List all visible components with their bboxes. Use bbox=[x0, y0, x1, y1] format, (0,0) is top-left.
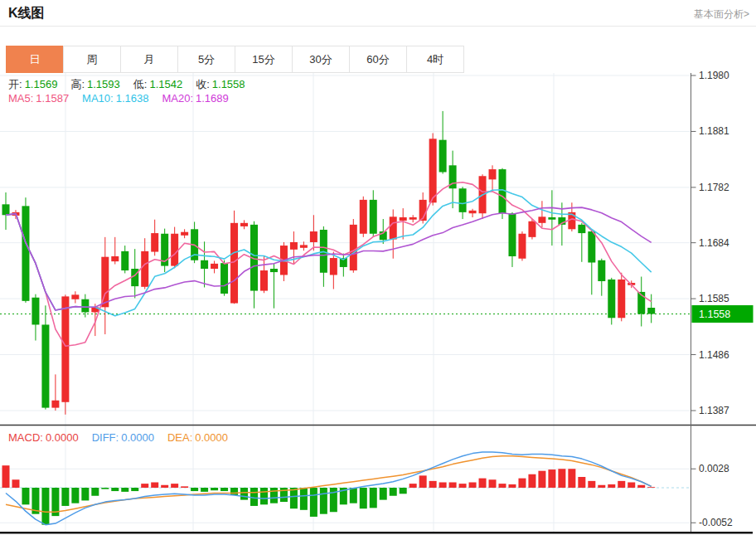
header: K线图 基本面分析> bbox=[0, 0, 756, 27]
tab-day[interactable]: 日 bbox=[6, 46, 64, 73]
ohlc-item-2: 低:1.1542 bbox=[133, 78, 182, 90]
macd-item-2: DEA:0.0000 bbox=[167, 431, 228, 444]
period-tab-bar: 日周月5分15分30分60分4时 bbox=[7, 46, 464, 73]
kline-app: 1.19801.18811.17821.16841.15851.14861.13… bbox=[0, 0, 756, 535]
ohlc-item-0: 开:1.1569 bbox=[8, 78, 57, 90]
tab-month[interactable]: 月 bbox=[120, 46, 178, 73]
tab-5min[interactable]: 5分 bbox=[177, 46, 235, 73]
tab-30min[interactable]: 30分 bbox=[292, 46, 350, 73]
fundamental-analysis-link[interactable]: 基本面分析> bbox=[694, 7, 749, 22]
ma-item-2: MA20:1.1689 bbox=[162, 92, 228, 105]
macd-item-1: DIFF:0.0000 bbox=[92, 431, 154, 444]
y-axis-label: 1.1782 bbox=[699, 182, 729, 193]
tab-15min[interactable]: 15分 bbox=[235, 46, 293, 73]
macd-item-0: MACD:0.0000 bbox=[8, 431, 79, 444]
tab-60min[interactable]: 60分 bbox=[349, 46, 407, 73]
ohlc-legend: 开:1.1569高:1.1593低:1.1542收:1.1558 bbox=[8, 77, 259, 92]
y-axis-label: 1.1980 bbox=[699, 70, 729, 81]
current-price-tag-label: 1.1558 bbox=[699, 309, 730, 320]
tab-4hour[interactable]: 4时 bbox=[406, 46, 464, 73]
y-axis-label: 1.1486 bbox=[699, 349, 729, 361]
ohlc-item-3: 收:1.1558 bbox=[196, 78, 245, 90]
tab-week[interactable]: 周 bbox=[63, 46, 121, 73]
y-axis-label: 1.1585 bbox=[699, 293, 729, 304]
ohlc-item-1: 高:1.1593 bbox=[70, 78, 119, 90]
ma-item-0: MA5:1.1587 bbox=[8, 92, 69, 105]
y-axis-label: -0.0052 bbox=[699, 517, 733, 528]
y-axis-label: 1.1387 bbox=[699, 405, 729, 416]
y-axis-label: 1.1881 bbox=[699, 125, 729, 137]
ma-item-1: MA10:1.1638 bbox=[82, 92, 148, 105]
y-axis-label: 0.0028 bbox=[699, 463, 729, 474]
ma-legend: MA5:1.1587MA10:1.1638MA20:1.1689 bbox=[8, 92, 242, 105]
page-title: K线图 bbox=[8, 5, 45, 22]
y-axis-label: 1.1684 bbox=[699, 237, 729, 249]
macd-legend: MACD:0.0000DIFF:0.0000DEA:0.0000 bbox=[8, 431, 241, 444]
